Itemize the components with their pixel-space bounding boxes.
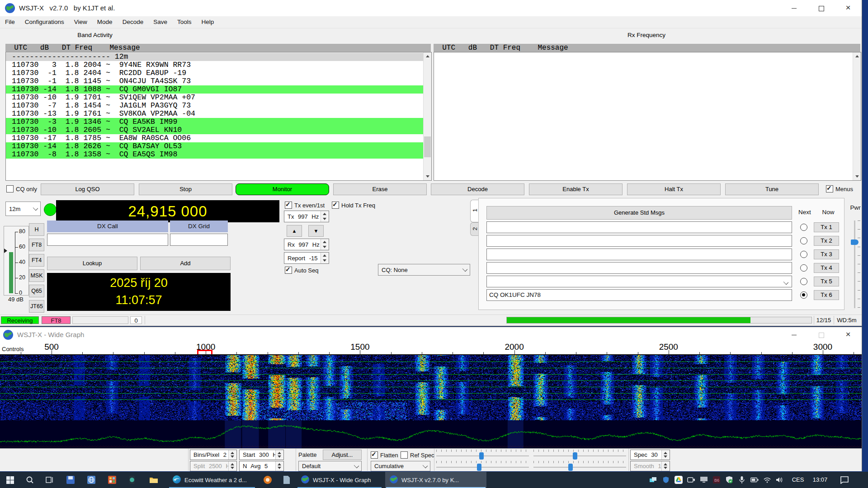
spectrum-mode-combo[interactable]: Cumulative	[371, 461, 430, 471]
decode-row[interactable]: 110730 -10 1.9 1701 ~ SV1QEW VP2MAA +07	[6, 94, 423, 102]
ref-spec-checkbox[interactable]: Ref Spec	[401, 451, 434, 459]
tx-next-radio-5[interactable]	[800, 278, 807, 285]
report-spinner[interactable]: Report -15	[284, 252, 329, 264]
decode-row[interactable]: 110730 -3 1.9 1346 ~ CQ EA5KB IM99	[6, 118, 423, 126]
tx-now-button-6[interactable]: Tx 6	[814, 290, 839, 300]
hold-tx-freq-checkbox[interactable]: Hold Tx Freq	[332, 202, 375, 209]
taskbar-task-2[interactable]: WSJT-X - Wide Graph	[297, 472, 382, 488]
decode-row[interactable]: 110730 -10 1.8 2605 ~ CQ SV2AEL KN10	[6, 126, 423, 134]
tx-message-field-4[interactable]	[486, 262, 792, 274]
rx-frequency-scrollbar[interactable]	[853, 52, 861, 180]
waterfall-zero-slider[interactable]	[533, 450, 626, 460]
tx-next-radio-6[interactable]	[800, 291, 807, 299]
scroll-thumb[interactable]	[424, 136, 431, 157]
pinned-app-web-icon[interactable]	[81, 472, 101, 488]
notification-center-icon[interactable]	[835, 472, 854, 488]
tx-next-radio-3[interactable]	[800, 251, 807, 258]
menu-tools[interactable]: Tools	[172, 16, 197, 28]
language-indicator[interactable]: CES	[788, 472, 807, 488]
erase-button[interactable]: Erase	[333, 183, 427, 195]
tray-icon-speaker[interactable]	[775, 475, 785, 484]
tray-icon-defender[interactable]	[724, 475, 734, 484]
tx-now-button-5[interactable]: Tx 5	[814, 277, 839, 286]
split-freq-spinner[interactable]: Split 2500 Hz	[190, 461, 237, 471]
frequency-display[interactable]: 24,915 000	[56, 200, 279, 222]
slider-handle[interactable]	[573, 452, 577, 460]
tray-icon-mic[interactable]	[737, 475, 747, 484]
rx-freq-spinner[interactable]: Rx 997 Hz	[284, 239, 329, 250]
pwr-slider[interactable]	[850, 221, 862, 308]
menu-file[interactable]: File	[0, 16, 20, 28]
bins-pixel-spinner[interactable]: Bins/Pixel 2	[190, 450, 237, 460]
minimize-button[interactable]	[782, 0, 806, 16]
decode-button[interactable]: Decode	[431, 183, 524, 195]
decode-row[interactable]: ---------------------- 12m	[6, 53, 423, 61]
tx-now-button-4[interactable]: Tx 4	[814, 263, 839, 273]
tray-icon-gdrive[interactable]	[674, 475, 684, 484]
n-avg-spinner[interactable]: N Avg 5	[239, 461, 284, 471]
slider-handle[interactable]	[479, 452, 484, 460]
menu-mode[interactable]: Mode	[92, 16, 118, 28]
spectrum-zero-slider[interactable]	[533, 461, 626, 471]
enable-tx-button[interactable]: Enable Tx	[529, 183, 623, 195]
spec-percent-spinner[interactable]: Spec 30 %	[630, 450, 670, 460]
start-button[interactable]	[0, 472, 20, 488]
generate-std-msgs-button[interactable]: Generate Std Msgs	[486, 206, 792, 220]
slider-handle[interactable]	[568, 464, 573, 471]
lookup-button[interactable]: Lookup	[47, 257, 137, 270]
decode-row[interactable]: 110730 -8 1.8 1358 ~ CQ EA5QS IM98	[6, 150, 423, 159]
pinned-app-phone-icon[interactable]	[122, 472, 142, 488]
flatten-checkbox[interactable]: Flatten	[371, 451, 398, 459]
tx-now-button-1[interactable]: Tx 1	[814, 222, 839, 232]
decode-row[interactable]: 110730 -1 1.8 2404 ~ RC2DD EA8UP -19	[6, 69, 423, 77]
band-select[interactable]: 12m	[5, 202, 41, 216]
tx-even-checkbox[interactable]: Tx even/1st	[285, 202, 325, 209]
cq-direction-combo[interactable]: CQ: None	[378, 264, 470, 276]
stop-button[interactable]: Stop	[139, 183, 232, 195]
halt-tx-button[interactable]: Halt Tx	[627, 183, 721, 195]
tray-icon-windows-mini[interactable]	[648, 475, 658, 484]
adjust-button[interactable]: Adjust...	[323, 450, 362, 460]
cq-only-checkbox[interactable]: CQ only	[6, 185, 37, 192]
file-explorer-icon[interactable]	[144, 472, 164, 488]
search-icon[interactable]	[20, 472, 40, 488]
band-activity-table[interactable]: ---------------------- 12m110730 3 1.8 2…	[5, 52, 432, 181]
mode-button-h[interactable]: H	[29, 223, 44, 236]
freq-up-button[interactable]: ▲	[287, 225, 302, 237]
menus-checkbox[interactable]: Menus	[826, 185, 853, 192]
maximize-button[interactable]	[809, 0, 833, 16]
tx-next-radio-1[interactable]	[800, 224, 807, 231]
decode-row[interactable]: 110730 -17 1.8 1785 ~ EA8W RA0SCA OO06	[6, 134, 423, 142]
add-button[interactable]: Add	[140, 257, 231, 270]
decode-row[interactable]: 110730 -14 1.8 2626 ~ CQ BA7SAY OL53	[6, 142, 423, 150]
tray-icon-battery[interactable]	[750, 475, 760, 484]
tx-now-button-3[interactable]: Tx 3	[814, 249, 839, 259]
band-activity-scrollbar[interactable]	[423, 52, 431, 180]
menu-decode[interactable]: Decode	[118, 16, 149, 28]
tx-now-button-2[interactable]: Tx 2	[814, 236, 839, 246]
tx-message-field-6[interactable]: CQ OK1UFC JN78	[486, 289, 792, 301]
tx-next-radio-2[interactable]	[800, 237, 807, 244]
pinned-app-grid-icon[interactable]	[102, 472, 122, 488]
tray-icon-shield[interactable]	[661, 475, 671, 484]
rx-frequency-table[interactable]	[434, 52, 861, 181]
mode-button-ft4[interactable]: FT4	[29, 254, 44, 267]
slider-handle[interactable]	[477, 464, 481, 471]
spectrum-gain-slider[interactable]	[436, 461, 529, 471]
scroll-up-icon[interactable]	[424, 52, 431, 60]
decode-row[interactable]: 110730 -14 1.8 1088 ~ CQ GM0VGI IO87	[6, 85, 423, 94]
pinned-app-compass-icon[interactable]	[258, 472, 278, 488]
auto-seq-checkbox[interactable]: Auto Seq	[285, 267, 319, 274]
menu-view[interactable]: View	[69, 16, 92, 28]
tx-message-field-3[interactable]	[486, 249, 792, 260]
tray-icon-bsix[interactable]: B6	[712, 475, 722, 484]
palette-combo[interactable]: Default	[298, 461, 362, 471]
clock[interactable]: 13:07	[808, 472, 832, 488]
decode-row[interactable]: 110730 3 1.8 2004 ~ 9Y4NE RX9WN RR73	[6, 61, 423, 69]
task-view-icon[interactable]	[40, 472, 60, 488]
tune-button[interactable]: Tune	[725, 183, 819, 195]
tray-icon-wifi[interactable]	[762, 475, 772, 484]
close-button[interactable]: ×	[836, 0, 860, 16]
waterfall-canvas[interactable]	[0, 355, 862, 448]
menu-help[interactable]: Help	[196, 16, 219, 28]
